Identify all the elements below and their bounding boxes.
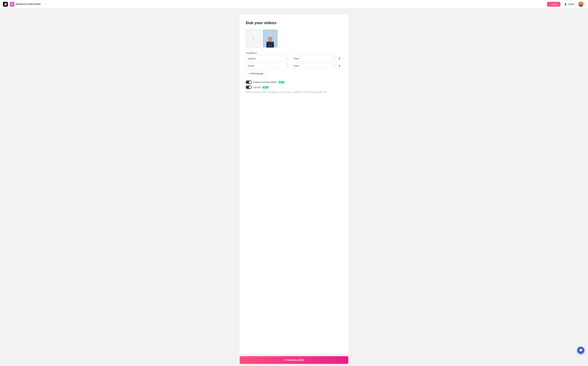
export-icon: ↑ [550, 3, 551, 5]
collapse-button[interactable]: ‹ [42, 2, 47, 6]
add-language-label: + Add language [249, 72, 263, 75]
language-label: English [568, 3, 574, 5]
video-duration: 00:33 [267, 44, 273, 47]
translate-label: Translate to [246, 52, 342, 54]
delete-language-2-button[interactable]: 🗑 [337, 63, 342, 69]
language-row-2: French Spanish German Japanese ▾ Clone D… [246, 63, 342, 69]
chat-fab-button[interactable]: 💬 [577, 347, 584, 354]
delete-language-1-button[interactable]: 🗑 [337, 56, 342, 61]
content-card: Dub your videos + 00:33 Translate to [240, 15, 348, 354]
export-button[interactable]: ↑ Export [547, 2, 560, 7]
replace-subtitles-toggle[interactable] [246, 80, 252, 84]
lip-sync-row: Lip-sync Beta [246, 86, 342, 89]
header-right: ↑ Export 👤 English ▾ [547, 2, 585, 7]
user-avatar-wrapper[interactable]: ▾ [578, 2, 585, 7]
avatar-chevron-icon: ▾ [584, 3, 585, 5]
export-label: Export [552, 3, 558, 5]
language-selector[interactable]: 👤 English [562, 2, 577, 7]
generate-label: ✦ Generate (2/20) [284, 358, 304, 361]
avatar [578, 2, 583, 7]
svg-point-2 [12, 4, 13, 5]
language-select-2[interactable]: French Spanish German Japanese [246, 63, 290, 69]
lip-sync-toggle[interactable] [246, 86, 252, 89]
language-select-wrapper-2: French Spanish German Japanese ▾ [246, 63, 290, 69]
tiktok-logo [3, 2, 8, 7]
language-icon: 👤 [564, 3, 567, 5]
plus-icon: + [252, 36, 255, 41]
main-content: Dub your videos + 00:33 Translate to [0, 8, 588, 366]
voice-select-1[interactable]: Clone Default Custom [291, 56, 335, 61]
language-select-1[interactable]: Spanish French German Japanese [246, 56, 290, 61]
collapse-icon: ‹ [44, 3, 45, 5]
toggle-knob-2 [249, 86, 251, 89]
delete-icon-2: 🗑 [338, 64, 341, 67]
translate-section: Translate to Spanish French German Japan… [246, 52, 342, 76]
toggle-section: Replace existing subtitles Beta Lip-sync… [246, 80, 342, 93]
generate-button[interactable]: ✦ Generate (2/20) [240, 356, 348, 364]
replace-subtitles-beta-badge: Beta [279, 81, 284, 83]
add-language-button[interactable]: + Add language [246, 71, 266, 76]
app-name: Symphony Creative Studio [16, 3, 41, 5]
language-row-1: Spanish French German Japanese ▾ Clone D… [246, 56, 342, 61]
voice-select-wrapper-1: Clone Default Custom ▾ [291, 56, 335, 61]
video-thumbnail[interactable]: 00:33 [263, 30, 278, 47]
page-title: Dub your videos [246, 21, 342, 25]
svg-rect-0 [3, 2, 8, 7]
svg-point-4 [580, 3, 582, 5]
chat-icon: 💬 [579, 349, 583, 352]
lip-sync-beta-badge: Beta [263, 86, 268, 89]
language-select-wrapper-1: Spanish French German Japanese ▾ [246, 56, 290, 61]
lip-sync-label: Lip-sync [253, 86, 261, 89]
toggle-note: Removing existing subtitles and adding l… [246, 91, 342, 93]
studio-logo: Symphony Creative Studio [10, 2, 41, 7]
add-video-button[interactable]: + [246, 30, 261, 47]
header-left: Symphony Creative Studio ‹ [3, 2, 47, 7]
delete-icon-1: 🗑 [338, 57, 341, 60]
replace-subtitles-label: Replace existing subtitles [253, 81, 277, 83]
toggle-knob-1 [249, 81, 251, 83]
video-row: + 00:33 [246, 30, 342, 47]
voice-select-wrapper-2: Clone Default Custom ▾ [291, 63, 335, 69]
studio-icon [10, 2, 15, 7]
header: Symphony Creative Studio ‹ ↑ Export 👤 En… [0, 0, 588, 8]
voice-select-2[interactable]: Clone Default Custom [291, 63, 335, 69]
portrait-head [268, 37, 272, 41]
replace-subtitles-row: Replace existing subtitles Beta [246, 80, 342, 84]
